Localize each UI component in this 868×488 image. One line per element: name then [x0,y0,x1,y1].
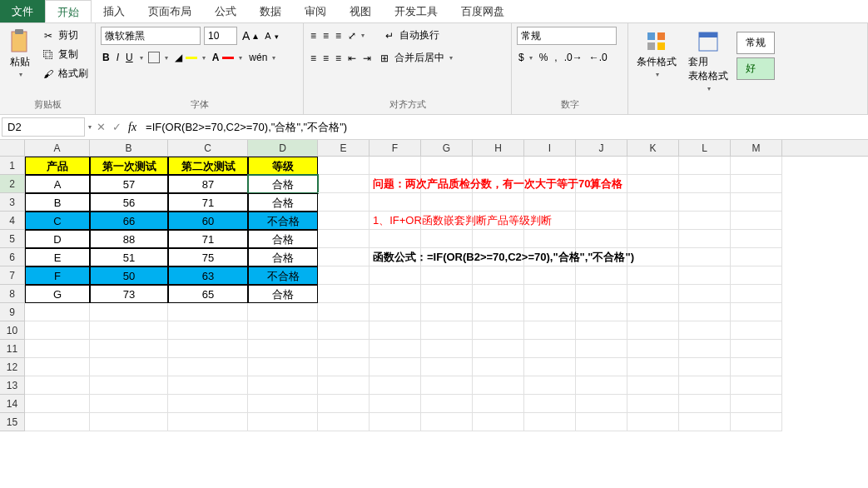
cell[interactable] [248,376,318,395]
col-header-K[interactable]: K [627,140,679,156]
cell[interactable]: 50 [90,266,168,285]
cell[interactable] [524,395,576,413]
cell[interactable] [90,321,168,340]
cell[interactable] [318,175,370,193]
cell[interactable] [473,230,524,248]
conditional-format-button[interactable]: 条件格式▾ [633,27,680,82]
cell[interactable] [421,157,473,175]
cell[interactable] [627,212,679,230]
cell[interactable] [90,358,168,376]
cell[interactable] [318,157,370,175]
cell[interactable] [473,193,524,212]
cell[interactable]: 71 [168,193,248,212]
cell[interactable] [679,266,731,285]
cell[interactable] [318,413,370,431]
cell[interactable] [168,413,248,431]
cell[interactable] [25,395,90,413]
cell[interactable] [318,193,370,212]
cell[interactable] [318,248,370,266]
cell[interactable] [318,358,370,376]
wrap-text-button[interactable]: ↵自动换行 [381,27,441,44]
cell[interactable]: B [25,193,90,212]
cell[interactable] [576,266,627,285]
cell[interactable] [370,340,421,358]
col-header-G[interactable]: G [421,140,473,156]
row-header[interactable]: 14 [0,395,25,413]
cell[interactable]: 88 [90,230,168,248]
cell[interactable]: 57 [90,175,168,193]
cell[interactable] [731,303,782,321]
cell[interactable] [25,358,90,376]
cell[interactable] [473,266,524,285]
cell[interactable] [168,376,248,395]
cell[interactable]: 不合格 [248,212,318,230]
row-header[interactable]: 4 [0,212,25,230]
col-header-H[interactable]: H [473,140,524,156]
cell[interactable] [370,321,421,340]
cell[interactable] [318,285,370,303]
cell[interactable] [421,266,473,285]
row-header[interactable]: 15 [0,413,25,431]
cell[interactable] [731,157,782,175]
font-size-select[interactable] [204,27,237,45]
cell[interactable] [318,340,370,358]
cell[interactable]: 51 [90,248,168,266]
cell[interactable]: 产品 [25,157,90,175]
formula-input[interactable] [143,118,863,136]
cell[interactable] [421,193,473,212]
cell[interactable]: 73 [90,285,168,303]
tab-home[interactable]: 开始 [45,0,92,22]
cell[interactable] [318,395,370,413]
cell[interactable] [524,157,576,175]
cell[interactable]: 合格 [248,230,318,248]
cell[interactable] [576,413,627,431]
cell[interactable] [421,395,473,413]
cell[interactable] [679,285,731,303]
cell[interactable] [370,230,421,248]
row-header[interactable]: 9 [0,303,25,321]
cell[interactable] [421,376,473,395]
cell[interactable] [627,285,679,303]
tab-review[interactable]: 审阅 [293,0,338,22]
cell[interactable] [370,358,421,376]
col-header-B[interactable]: B [90,140,168,156]
cell[interactable] [524,358,576,376]
cell[interactable] [318,266,370,285]
align-bottom-button[interactable]: ≡ [334,28,343,43]
cell[interactable] [524,376,576,395]
cell[interactable]: G [25,285,90,303]
underline-button[interactable]: U [124,50,135,65]
decrease-font-button[interactable]: A▾ [263,29,280,42]
row-header[interactable]: 10 [0,321,25,340]
col-header-F[interactable]: F [370,140,421,156]
cell[interactable] [473,395,524,413]
cell[interactable] [524,340,576,358]
cell[interactable]: C [25,212,90,230]
tab-dev[interactable]: 开发工具 [383,0,449,22]
cell[interactable] [421,303,473,321]
cell[interactable] [524,303,576,321]
cell[interactable]: 第一次测试 [90,157,168,175]
cell[interactable]: 65 [168,285,248,303]
cell[interactable] [679,321,731,340]
cell[interactable] [168,358,248,376]
cell[interactable] [370,285,421,303]
cell[interactable] [25,376,90,395]
cell[interactable]: 不合格 [248,266,318,285]
cell[interactable] [679,230,731,248]
cell[interactable] [318,376,370,395]
cell[interactable] [679,340,731,358]
col-header-E[interactable]: E [318,140,370,156]
col-header-J[interactable]: J [576,140,627,156]
font-name-select[interactable] [101,27,201,45]
row-header[interactable]: 6 [0,248,25,266]
select-all-corner[interactable] [0,140,25,156]
col-header-D[interactable]: D [248,140,318,156]
increase-font-button[interactable]: A▴ [241,27,260,44]
col-header-C[interactable]: C [168,140,248,156]
row-header[interactable]: 8 [0,285,25,303]
cell[interactable] [731,321,782,340]
cell[interactable] [679,358,731,376]
tab-baidu[interactable]: 百度网盘 [449,0,516,22]
align-middle-button[interactable]: ≡ [321,28,330,43]
